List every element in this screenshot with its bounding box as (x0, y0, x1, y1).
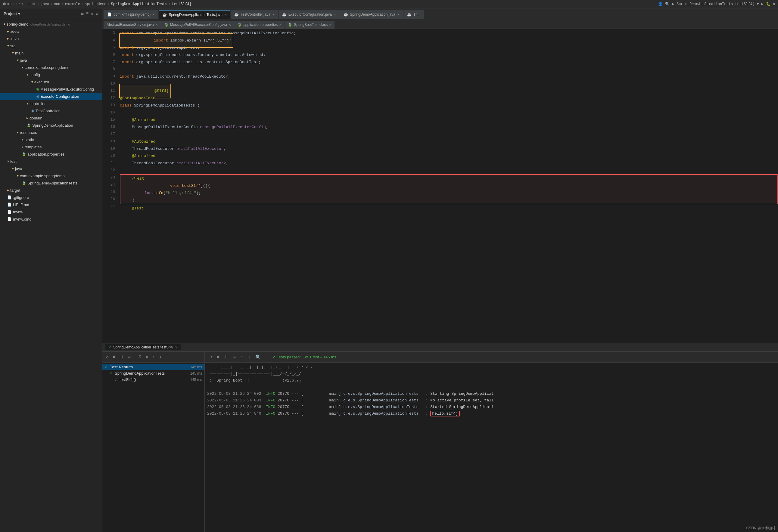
tree-SpringDemoApp[interactable]: 🍃 SpringDemoApplication (0, 121, 102, 129)
root-folder-icon: ▾ (4, 22, 5, 26)
tab2-message-pull[interactable]: 🍃 MessagePullAllExecutorConfig.java ✕ (161, 21, 234, 28)
tree-idea[interactable]: ▸ .idea (0, 28, 102, 35)
config-folder-icon: ▾ (26, 73, 28, 77)
code-line-14 (118, 109, 778, 116)
output-line-empty (207, 384, 776, 390)
test-controller-icon: ◉ (31, 109, 34, 113)
tab-bar-secondary: AbstractExecutorService.java ✕ 🍃 Message… (102, 19, 778, 29)
code-line-21: ● ThreadPoolExecutor emailPullAllExecuto… (118, 160, 778, 167)
tab-spring-demo-tests[interactable]: ☕ SpringDemoApplicationTests.java ✕ (159, 10, 231, 19)
output-search-icon[interactable]: 🔍 (254, 354, 262, 360)
tab2-abstract-executor[interactable]: AbstractExecutorService.java ✕ (103, 21, 161, 28)
tree-mvn[interactable]: ▸ .mvn (0, 35, 102, 42)
tree-config[interactable]: ▾ config (0, 71, 102, 78)
spring-demo-tests-icon: 🍃 (22, 181, 26, 185)
tree-com-example[interactable]: ▾ com.example.springdemo (0, 64, 102, 71)
code-line-20: @Autowired (118, 152, 778, 160)
output-line-springboot: :: Spring Boot :: (v2.6.7) (207, 377, 776, 384)
tab-test-controller[interactable]: ☕ TestController.java ✕ (231, 10, 279, 19)
tree-main[interactable]: ▾ main (0, 49, 102, 57)
rerun-icon[interactable]: ↺ (105, 354, 109, 360)
sidebar-icon-expand[interactable]: ⇅ (91, 11, 93, 16)
tree-domain[interactable]: ▸ domain (0, 114, 102, 121)
executor-folder-icon: ▾ (31, 80, 33, 84)
mvnw-icon: 📄 (7, 210, 12, 214)
test-results-root[interactable]: ✓ Test Results 145 ms (102, 364, 205, 370)
test-method-item[interactable]: ✓ testSlf4j() 145 ms (102, 376, 205, 383)
tree-ExecutorConfig[interactable]: ◉ ExecutorConfiguration (0, 93, 102, 100)
tab-executor-config[interactable]: ☕ ExecutorConfiguration.java ✕ (279, 10, 340, 19)
com-folder-icon: ▾ (22, 65, 23, 70)
output-rerun-icon[interactable]: ↺ (208, 354, 213, 360)
code-line-23: @Test (121, 175, 777, 182)
tree-TestController[interactable]: ◉ TestController (0, 107, 102, 114)
tree-MessagePullAll[interactable]: ◉ MessagePullAllExecutorConfig (0, 85, 102, 93)
sort-time-icon[interactable]: ⏱ (136, 354, 143, 360)
sort-alpha-icon[interactable]: ≡↓ (127, 354, 134, 360)
src-folder-icon: ▾ (7, 43, 9, 48)
output-filter-icon[interactable]: ⏸ (223, 354, 230, 360)
code-line-8 (118, 66, 778, 73)
idea-folder-icon: ▸ (7, 29, 9, 33)
sidebar-icon-collapse[interactable]: ≡ (86, 11, 88, 16)
tree-root[interactable]: ▾ spring-demo ~/IdeaProjects/spring-demo (0, 20, 102, 28)
tree-executor[interactable]: ▾ executor (0, 78, 102, 85)
code-line-5: import org.junit.jupiter.api.Test; (118, 44, 778, 51)
tree-application-properties[interactable]: 🍃 application.properties (0, 151, 102, 158)
tab-pom-xml[interactable]: 📄 pom.xml (spring-demo) ✕ (103, 10, 159, 19)
bottom-panel: ↺ ■ ⏸ ≡↓ ⏱ ⇅ ↕ ↡ ✓ Test Results 145 ms (102, 351, 778, 532)
domain-folder-icon: ▸ (26, 116, 28, 120)
code-line-26: } (121, 196, 777, 204)
code-line-10 (118, 80, 778, 87)
code-line-24: ● void testSlf4j(){ (121, 182, 777, 189)
templates-folder-icon: ▸ (22, 145, 23, 149)
tree-mvnw-cmd[interactable]: 📄 mvnw.cmd (0, 215, 102, 223)
tab-spring-demo-app[interactable]: ☕ SpringDemoApplication.java ✕ (340, 10, 403, 19)
output-line-log1: 2022-05-03 21:26:24.002 INFO 20770 --- [… (207, 390, 776, 397)
output-up-icon[interactable]: ↑ (239, 354, 244, 360)
sidebar-icon-layout[interactable]: ⊞ (81, 11, 83, 16)
executor-config-icon: ◉ (36, 94, 39, 98)
code-editor[interactable]: 3 4 5 6 7 8 9 10 11 12 13 14 15 16 17 18 (102, 29, 778, 343)
tree-static[interactable]: ▸ static (0, 136, 102, 143)
tree-test-folder[interactable]: ▾ test (0, 158, 102, 165)
output-down-icon[interactable]: ↓ (247, 354, 252, 360)
expand-icon[interactable]: ↕ (151, 354, 156, 360)
output-stop-icon[interactable]: ■ (216, 354, 220, 360)
code-line-18: @Autowired (118, 138, 778, 145)
stop-icon[interactable]: ■ (111, 354, 116, 360)
tab2-application-props[interactable]: 🍃 application.properties ✕ (234, 21, 285, 28)
filter-icon[interactable]: ⇅ (145, 354, 149, 360)
code-line-11: @Slf4j (118, 87, 778, 94)
code-line-25: log.info("hello,slf4j"); (121, 189, 777, 196)
tree-help-md[interactable]: 📄 HELP.md (0, 201, 102, 208)
tree-test-com[interactable]: ▾ com.example.springdemo (0, 172, 102, 179)
scroll-end-icon[interactable]: ↡ (158, 354, 163, 360)
test-suite-item[interactable]: ✓ SpringDemoApplicationTests 145 ms (102, 370, 205, 376)
output-area: ' |____| .__|_| |_|_| |_\__, | / / / / =… (205, 363, 778, 532)
bottom-main: ↺ ■ ⏸ ≡ ↑ ↓ 🔍 | ✓ Tests passed: 1 of 1 t… (205, 352, 778, 532)
tab2-springboot-test[interactable]: 🍃 SpringBootTest.class ✕ (285, 21, 335, 28)
code-line-15: @Autowired (118, 116, 778, 123)
editor-area: 📄 pom.xml (spring-demo) ✕ ☕ SpringDemoAp… (102, 8, 778, 532)
output-sort-icon[interactable]: ≡ (232, 354, 237, 360)
sidebar-icon-settings[interactable]: ⚙ (96, 11, 98, 16)
tree-mvnw[interactable]: 📄 mvnw (0, 208, 102, 215)
tree-src[interactable]: ▾ src (0, 42, 102, 49)
tree-gitignore[interactable]: 📄 .gitignore (0, 194, 102, 201)
tree-target[interactable]: ▸ target (0, 187, 102, 194)
bottom-tab-bar: ✓ SpringDemoApplicationTests.testSlf4j ✕ (102, 343, 778, 351)
tree-test-java[interactable]: ▾ java (0, 165, 102, 172)
bottom-tab-item[interactable]: ✓ SpringDemoApplicationTests.testSlf4j ✕ (105, 344, 181, 350)
output-line-ascii2: =========|_|==============|___/=/_/_/_/ (207, 370, 776, 377)
pause-icon[interactable]: ⏸ (118, 354, 125, 360)
tree-java[interactable]: ▾ java (0, 57, 102, 64)
tree-templates[interactable]: ▸ templates (0, 143, 102, 151)
tree-SpringDemoTests[interactable]: 🍃 SpringDemoApplicationTests (0, 179, 102, 187)
main-layout: Project ▾ ⊞ ≡ ⇅ ⚙ ▾ spring-demo ~/IdeaPr… (0, 8, 778, 532)
tree-controller-folder[interactable]: ▾ controller (0, 100, 102, 107)
tab-th[interactable]: ☕ Th... (403, 10, 424, 19)
tree-resources[interactable]: ▾ resources (0, 129, 102, 136)
java-folder-icon: ▾ (17, 58, 19, 62)
top-bar: demo › src › test › java › com › example… (0, 0, 778, 8)
